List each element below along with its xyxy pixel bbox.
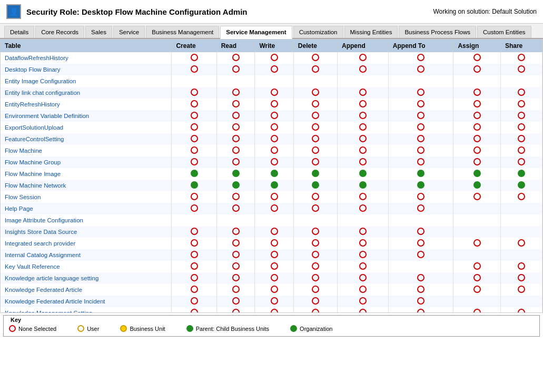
- perm-cell[interactable]: [388, 272, 453, 284]
- perm-cell[interactable]: [338, 249, 389, 261]
- perm-cell[interactable]: [172, 296, 216, 307]
- perm-cell[interactable]: [453, 168, 500, 180]
- perm-cell[interactable]: [293, 214, 337, 226]
- tab-core-records[interactable]: Core Records: [35, 26, 84, 38]
- perm-cell[interactable]: [388, 52, 453, 64]
- perm-cell[interactable]: [453, 64, 500, 75]
- perm-cell[interactable]: [216, 133, 255, 145]
- tab-details[interactable]: Details: [4, 26, 34, 38]
- perm-cell[interactable]: [255, 168, 293, 180]
- perm-cell[interactable]: [255, 156, 293, 168]
- perm-cell[interactable]: [453, 191, 500, 203]
- perm-cell[interactable]: [500, 203, 542, 214]
- perm-cell[interactable]: [388, 296, 453, 307]
- tab-custom-entities[interactable]: Custom Entities: [477, 26, 531, 38]
- perm-cell[interactable]: [453, 145, 500, 156]
- perm-cell[interactable]: [388, 214, 453, 226]
- perm-cell[interactable]: [255, 261, 293, 272]
- perm-cell[interactable]: [216, 168, 255, 180]
- perm-cell[interactable]: [216, 261, 255, 272]
- table-row[interactable]: Integrated search provider: [1, 238, 542, 249]
- perm-cell[interactable]: [255, 52, 293, 64]
- perm-cell[interactable]: [293, 226, 337, 238]
- table-row[interactable]: EntityRefreshHistory: [1, 99, 542, 110]
- perm-cell[interactable]: [388, 284, 453, 296]
- perm-cell[interactable]: [293, 156, 337, 168]
- perm-cell[interactable]: [500, 214, 542, 226]
- perm-cell[interactable]: [338, 226, 389, 238]
- perm-cell[interactable]: [172, 52, 216, 64]
- table-row[interactable]: Entity link chat configuration: [1, 87, 542, 99]
- perm-cell[interactable]: [216, 99, 255, 110]
- perm-cell[interactable]: [216, 296, 255, 307]
- perm-cell[interactable]: [172, 284, 216, 296]
- perm-cell[interactable]: [293, 180, 337, 191]
- table-container[interactable]: TableCreateReadWriteDeleteAppendAppend T…: [0, 39, 543, 313]
- perm-cell[interactable]: [338, 133, 389, 145]
- tab-customization[interactable]: Customization: [293, 26, 343, 38]
- table-row[interactable]: Knowledge article language setting: [1, 272, 542, 284]
- perm-cell[interactable]: [293, 99, 337, 110]
- perm-cell[interactable]: [172, 191, 216, 203]
- perm-cell[interactable]: [172, 238, 216, 249]
- table-row[interactable]: Flow Machine Image: [1, 168, 542, 180]
- perm-cell[interactable]: [255, 75, 293, 87]
- perm-cell[interactable]: [293, 87, 337, 99]
- perm-cell[interactable]: [338, 168, 389, 180]
- table-row[interactable]: FeatureControlSetting: [1, 133, 542, 145]
- perm-cell[interactable]: [500, 87, 542, 99]
- perm-cell[interactable]: [338, 52, 389, 64]
- perm-cell[interactable]: [338, 191, 389, 203]
- perm-cell[interactable]: [453, 52, 500, 64]
- perm-cell[interactable]: [293, 52, 337, 64]
- perm-cell[interactable]: [338, 214, 389, 226]
- perm-cell[interactable]: [500, 261, 542, 272]
- perm-cell[interactable]: [388, 64, 453, 75]
- perm-cell[interactable]: [172, 307, 216, 313]
- table-row[interactable]: Flow Machine Network: [1, 180, 542, 191]
- perm-cell[interactable]: [172, 87, 216, 99]
- perm-cell[interactable]: [172, 145, 216, 156]
- perm-cell[interactable]: [500, 296, 542, 307]
- perm-cell[interactable]: [216, 214, 255, 226]
- perm-cell[interactable]: [172, 203, 216, 214]
- perm-cell[interactable]: [172, 133, 216, 145]
- perm-cell[interactable]: [216, 307, 255, 313]
- perm-cell[interactable]: [255, 214, 293, 226]
- perm-cell[interactable]: [388, 75, 453, 87]
- table-row[interactable]: Environment Variable Definition: [1, 110, 542, 122]
- perm-cell[interactable]: [172, 226, 216, 238]
- perm-cell[interactable]: [293, 296, 337, 307]
- perm-cell[interactable]: [338, 64, 389, 75]
- perm-cell[interactable]: [293, 168, 337, 180]
- perm-cell[interactable]: [216, 238, 255, 249]
- perm-cell[interactable]: [216, 110, 255, 122]
- table-row[interactable]: ExportSolutionUpload: [1, 122, 542, 133]
- perm-cell[interactable]: [500, 168, 542, 180]
- perm-cell[interactable]: [255, 87, 293, 99]
- perm-cell[interactable]: [388, 307, 453, 313]
- perm-cell[interactable]: [293, 307, 337, 313]
- perm-cell[interactable]: [388, 226, 453, 238]
- perm-cell[interactable]: [500, 110, 542, 122]
- perm-cell[interactable]: [216, 52, 255, 64]
- perm-cell[interactable]: [388, 110, 453, 122]
- perm-cell[interactable]: [216, 75, 255, 87]
- perm-cell[interactable]: [255, 203, 293, 214]
- perm-cell[interactable]: [255, 238, 293, 249]
- perm-cell[interactable]: [216, 249, 255, 261]
- perm-cell[interactable]: [500, 249, 542, 261]
- perm-cell[interactable]: [293, 64, 337, 75]
- perm-cell[interactable]: [293, 284, 337, 296]
- perm-cell[interactable]: [255, 284, 293, 296]
- perm-cell[interactable]: [216, 122, 255, 133]
- table-row[interactable]: Key Vault Reference: [1, 261, 542, 272]
- perm-cell[interactable]: [500, 284, 542, 296]
- perm-cell[interactable]: [172, 272, 216, 284]
- table-row[interactable]: Internal Catalog Assignment: [1, 249, 542, 261]
- perm-cell[interactable]: [293, 110, 337, 122]
- perm-cell[interactable]: [453, 110, 500, 122]
- perm-cell[interactable]: [453, 272, 500, 284]
- perm-cell[interactable]: [338, 99, 389, 110]
- perm-cell[interactable]: [500, 75, 542, 87]
